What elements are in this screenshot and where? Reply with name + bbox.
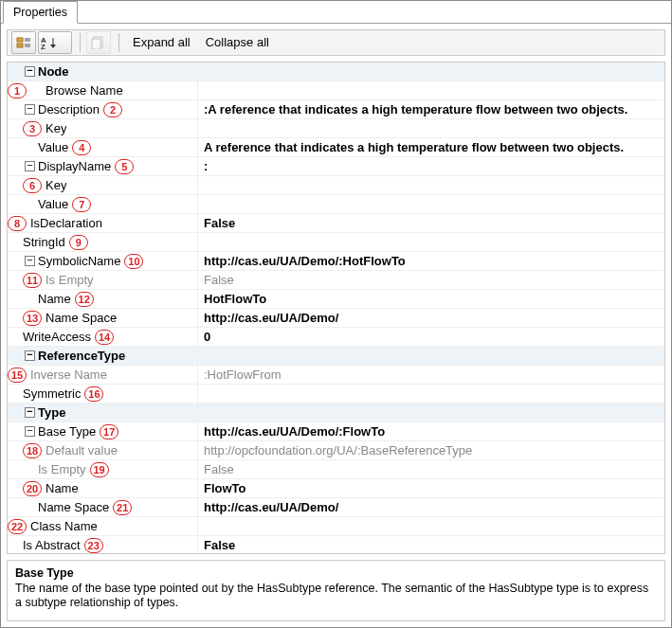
row-classname[interactable]: 22Class Name: [8, 516, 664, 535]
annotation-16: 16: [84, 386, 103, 402]
label: Symmetric: [23, 385, 81, 403]
value: http://opcfoundation.org/UA/:BaseReferen…: [197, 441, 664, 459]
value[interactable]: [197, 81, 664, 99]
toolbar: AZ Expand all Collapse all: [7, 29, 665, 56]
value: False: [197, 271, 664, 289]
label: DisplayName: [38, 157, 111, 175]
value[interactable]: :A reference that indicates a high tempe…: [197, 100, 664, 118]
row-browse-name[interactable]: 1Browse Name: [8, 81, 664, 99]
tab-strip: Properties: [1, 1, 671, 24]
annotation-22: 22: [8, 519, 27, 534]
annotation-11: 11: [23, 273, 42, 288]
row-basetype-isempty[interactable]: Is Empty19 False: [8, 459, 664, 478]
annotation-12: 12: [75, 292, 94, 307]
row-displayname-value[interactable]: Value7: [8, 194, 664, 213]
label: Default value: [45, 441, 118, 459]
row-basetype-default[interactable]: 18Default value http://opcfoundation.org…: [8, 440, 664, 459]
annotation-18: 18: [23, 443, 42, 458]
annotation-1: 1: [8, 83, 27, 99]
annotation-9: 9: [69, 235, 88, 250]
label: SymbolicName: [38, 252, 120, 270]
row-writeaccess[interactable]: WriteAccess14 0: [8, 327, 664, 346]
group-referencetype[interactable]: ReferenceType: [8, 346, 664, 365]
expand-all-button[interactable]: Expand all: [125, 32, 198, 53]
help-panel: Base Type The name of the base type poin…: [7, 560, 665, 621]
value[interactable]: [197, 195, 664, 213]
value[interactable]: [197, 385, 664, 403]
group-type[interactable]: Type: [8, 403, 664, 422]
row-description[interactable]: Description2 :A reference that indicates…: [8, 99, 664, 118]
row-description-value[interactable]: Value4 A reference that indicates a high…: [8, 137, 664, 156]
annotation-21: 21: [113, 500, 132, 515]
annotation-19: 19: [90, 462, 109, 477]
value[interactable]: [197, 119, 664, 137]
label: Name Space: [45, 309, 117, 327]
value[interactable]: http://cas.eu/UA/Demo/: [197, 309, 664, 327]
label: Is Abstract: [23, 536, 81, 554]
expander-icon[interactable]: [25, 161, 35, 171]
expander-icon[interactable]: [25, 426, 35, 437]
row-description-key[interactable]: 3Key: [8, 118, 664, 137]
expander-icon[interactable]: [25, 407, 35, 418]
label: Class Name: [30, 517, 98, 535]
row-basetype[interactable]: Base Type17 http://cas.eu/UA/Demo/:FlowT…: [8, 422, 664, 440]
row-displayname[interactable]: DisplayName5 :: [8, 156, 664, 175]
row-basetype-namespace[interactable]: Name Space21 http://cas.eu/UA/Demo/: [8, 497, 664, 516]
value[interactable]: :: [197, 157, 664, 175]
tab-properties[interactable]: Properties: [3, 1, 78, 24]
annotation-10: 10: [124, 254, 143, 269]
label: Inverse Name: [30, 366, 107, 384]
value[interactable]: [197, 233, 664, 251]
group-node[interactable]: Node: [8, 63, 664, 81]
label: Value: [38, 195, 68, 213]
row-symbolicname-isempty[interactable]: 11Is Empty False: [8, 270, 664, 289]
expander-icon[interactable]: [25, 350, 35, 361]
collapse-all-button[interactable]: Collapse all: [198, 32, 277, 53]
row-displayname-key[interactable]: 6Key: [8, 175, 664, 194]
value[interactable]: HotFlowTo: [197, 290, 664, 308]
annotation-6: 6: [23, 178, 42, 193]
row-symbolicname-namespace[interactable]: 13Name Space http://cas.eu/UA/Demo/: [8, 308, 664, 327]
label: StringId: [23, 233, 65, 251]
value[interactable]: FlowTo: [197, 479, 664, 497]
label: Name Space: [38, 498, 109, 516]
value: :HotFlowFrom: [197, 366, 664, 384]
value[interactable]: A reference that indicates a high temper…: [197, 138, 664, 156]
group-label: Type: [38, 404, 65, 422]
panel-inner: AZ Expand all Collapse all Node 1Browse …: [1, 24, 671, 627]
value[interactable]: False: [197, 536, 664, 554]
row-symbolicname-name[interactable]: Name12 HotFlowTo: [8, 289, 664, 308]
expander-icon[interactable]: [25, 104, 35, 115]
annotation-5: 5: [115, 159, 134, 174]
annotation-2: 2: [103, 102, 122, 117]
value[interactable]: 0: [197, 328, 664, 346]
row-symbolicname[interactable]: SymbolicName10 http://cas.eu/UA/Demo/:Ho…: [8, 251, 664, 270]
property-grid[interactable]: Node 1Browse Name Description2 :A refere…: [7, 62, 665, 554]
property-pages-button: [86, 31, 111, 54]
value[interactable]: [197, 517, 664, 535]
expander-icon[interactable]: [25, 66, 35, 77]
help-body: The name of the base type pointed out by…: [15, 582, 657, 611]
row-symmetric[interactable]: Symmetric16: [8, 384, 664, 403]
row-stringid[interactable]: StringId9: [8, 232, 664, 251]
row-isabstract[interactable]: Is Abstract23 False: [8, 535, 664, 554]
value[interactable]: http://cas.eu/UA/Demo/: [197, 498, 664, 516]
toolbar-separator: [80, 33, 81, 52]
tab-properties-label: Properties: [13, 6, 67, 19]
properties-window: Properties AZ Expand all Collapse all No…: [0, 0, 672, 628]
value[interactable]: False: [197, 214, 664, 232]
value[interactable]: [197, 176, 664, 194]
value[interactable]: http://cas.eu/UA/Demo/:FlowTo: [197, 422, 664, 440]
label: Name: [45, 479, 79, 497]
toolbar-separator-2: [118, 33, 119, 52]
group-label: Node: [38, 63, 69, 81]
value[interactable]: http://cas.eu/UA/Demo/:HotFlowTo: [197, 252, 664, 270]
expand-all-label: Expand all: [133, 35, 191, 49]
alphabetical-button[interactable]: AZ: [38, 31, 72, 54]
annotation-20: 20: [23, 481, 42, 496]
row-inversename[interactable]: 15Inverse Name :HotFlowFrom: [8, 365, 664, 384]
expander-icon[interactable]: [25, 256, 35, 266]
categorize-button[interactable]: [11, 31, 36, 54]
row-basetype-name[interactable]: 20Name FlowTo: [8, 478, 664, 497]
row-isdeclaration[interactable]: 8IsDeclaration False: [8, 213, 664, 232]
